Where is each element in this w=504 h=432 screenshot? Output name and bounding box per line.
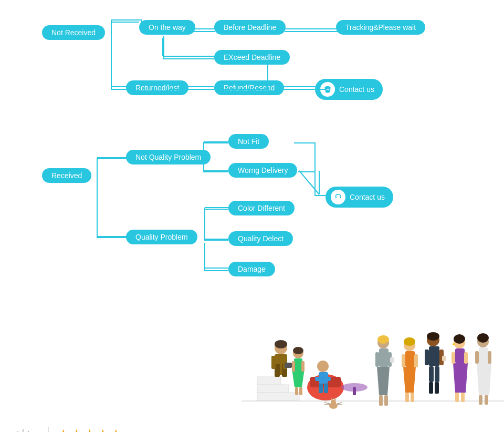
svg-marker-114 [477,363,491,395]
main-container: Not Received On the way Before Deadline … [0,0,504,432]
svg-point-101 [427,332,439,341]
svg-point-65 [293,347,303,354]
svg-rect-73 [324,384,328,393]
svg-rect-54 [271,356,276,369]
svg-point-57 [275,340,287,348]
person-1 [271,340,292,377]
node-before-deadline: Before Deadline [214,20,286,35]
person-8 [475,333,491,405]
node-tracking: Tracking&Please wait [336,20,425,35]
svg-rect-88 [402,354,405,367]
svg-rect-64 [299,387,302,395]
svg-rect-95 [429,366,434,382]
svg-rect-63 [295,387,298,395]
bottom-section: ☀ Happy? ★ ★ ★ ★ ★ Please give us five-s… [0,295,504,432]
stars-row: ★ ★ ★ ★ ★ [58,427,122,432]
star-5: ★ [110,427,122,432]
svg-rect-99 [429,382,433,394]
node-contact-us-2[interactable]: Contact us [326,187,393,208]
svg-rect-75 [353,387,356,395]
svg-rect-84 [390,357,394,363]
svg-rect-47 [257,393,299,400]
svg-point-121 [331,400,336,405]
svg-marker-105 [453,363,468,393]
node-returned-lost: Returned/lost [126,80,188,95]
contact-us-1-label: Contact us [339,85,374,94]
svg-line-126 [337,403,342,404]
svg-rect-33 [329,89,330,91]
svg-rect-77 [379,348,388,367]
svg-marker-78 [377,367,390,395]
node-exceed-deadline: EXceed Deadline [214,50,290,65]
svg-point-92 [404,337,415,346]
svg-rect-70 [315,377,323,381]
svg-rect-117 [479,395,482,405]
star-4: ★ [97,427,109,432]
svg-rect-56 [285,363,292,368]
node-damage: Damage [228,262,275,276]
svg-rect-106 [452,352,455,364]
people-illustration [242,295,504,432]
node-wrong-delivery: Worng Delivery [228,163,297,178]
svg-rect-82 [384,395,388,406]
svg-rect-100 [435,382,439,394]
svg-rect-109 [461,393,465,402]
svg-rect-108 [455,393,459,402]
svg-rect-32 [325,89,326,91]
svg-rect-81 [379,395,383,406]
star-2: ★ [71,427,82,432]
contact-icon-2 [331,190,345,204]
star-3: ★ [84,427,96,432]
svg-rect-115 [475,351,479,364]
star-1: ★ [58,427,69,432]
person-5 [402,337,418,402]
svg-line-20 [299,171,319,194]
svg-rect-107 [464,352,468,364]
svg-marker-60 [292,369,304,387]
node-contact-us-1[interactable]: Contact us [315,79,383,100]
person-2 [292,347,304,395]
node-refund-resend: Refund/Resend [214,80,284,95]
people-svg [242,295,504,432]
svg-rect-62 [301,361,304,372]
svg-point-68 [317,361,329,372]
svg-rect-34 [335,197,337,199]
svg-point-119 [477,333,489,343]
svg-marker-87 [403,367,416,393]
node-quality-problem: Quality Problem [126,230,197,244]
contact-icon-1 [320,82,335,97]
node-not-quality: Not Quality Problem [126,150,211,164]
node-color-different: Color Different [228,201,295,215]
svg-rect-59 [294,358,302,369]
svg-rect-104 [455,348,465,363]
svg-rect-35 [340,197,341,199]
svg-rect-97 [425,349,429,365]
svg-rect-48 [257,385,289,393]
svg-point-83 [377,335,389,344]
svg-rect-94 [429,346,439,366]
svg-rect-86 [405,351,415,367]
svg-rect-116 [488,351,491,364]
svg-rect-71 [323,377,331,381]
svg-rect-90 [405,393,409,402]
svg-rect-96 [435,366,439,382]
node-not-received: Not Received [42,25,105,40]
svg-rect-91 [411,393,414,402]
svg-rect-61 [292,361,295,372]
node-on-the-way: On the way [139,20,195,35]
svg-rect-89 [414,354,418,367]
svg-rect-49 [257,377,281,385]
svg-point-110 [454,334,465,344]
node-not-fit: Not Fit [228,134,269,149]
svg-rect-72 [319,384,323,393]
sun-icon: ☀ [13,427,33,432]
node-quality-delect: Quality Delect [228,231,293,246]
node-received: Received [42,168,91,183]
svg-rect-113 [479,347,488,363]
contact-us-2-label: Contact us [350,193,385,201]
svg-point-111 [453,343,455,345]
person-6 [425,332,446,394]
person-7 [452,334,468,402]
divider [48,427,49,432]
person-4 [375,335,394,406]
